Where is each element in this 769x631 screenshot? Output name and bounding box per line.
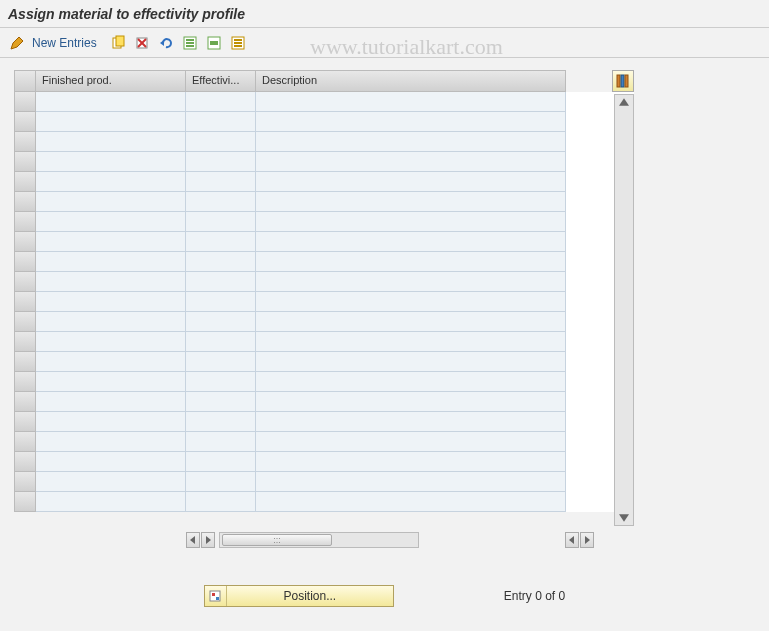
row-selector[interactable] — [14, 272, 36, 292]
cell-finished-prod[interactable] — [36, 92, 186, 112]
cell-description[interactable] — [256, 132, 566, 152]
cell-description[interactable] — [256, 312, 566, 332]
cell-description[interactable] — [256, 452, 566, 472]
cell-description[interactable] — [256, 412, 566, 432]
cell-description[interactable] — [256, 252, 566, 272]
cell-effectivity[interactable] — [186, 172, 256, 192]
cell-finished-prod[interactable] — [36, 172, 186, 192]
cell-description[interactable] — [256, 232, 566, 252]
cell-effectivity[interactable] — [186, 252, 256, 272]
cell-finished-prod[interactable] — [36, 352, 186, 372]
cell-finished-prod[interactable] — [36, 312, 186, 332]
cell-finished-prod[interactable] — [36, 292, 186, 312]
cell-description[interactable] — [256, 292, 566, 312]
cell-effectivity[interactable] — [186, 392, 256, 412]
row-selector[interactable] — [14, 492, 36, 512]
row-selector[interactable] — [14, 252, 36, 272]
scrollbar-thumb[interactable]: ::: — [222, 534, 332, 546]
cell-finished-prod[interactable] — [36, 472, 186, 492]
row-selector[interactable] — [14, 212, 36, 232]
row-selector[interactable] — [14, 92, 36, 112]
cell-description[interactable] — [256, 432, 566, 452]
scroll-right-end-icon[interactable] — [580, 532, 594, 548]
cell-effectivity[interactable] — [186, 332, 256, 352]
cell-description[interactable] — [256, 92, 566, 112]
scroll-up-icon[interactable] — [617, 97, 631, 107]
select-block-icon[interactable] — [205, 34, 223, 52]
row-selector[interactable] — [14, 452, 36, 472]
cell-finished-prod[interactable] — [36, 452, 186, 472]
scroll-left-icon[interactable] — [186, 532, 200, 548]
cell-effectivity[interactable] — [186, 132, 256, 152]
cell-effectivity[interactable] — [186, 232, 256, 252]
cell-effectivity[interactable] — [186, 312, 256, 332]
cell-finished-prod[interactable] — [36, 412, 186, 432]
horizontal-scrollbar[interactable]: ::: — [219, 532, 419, 548]
cell-effectivity[interactable] — [186, 152, 256, 172]
column-header-description[interactable]: Description — [256, 70, 566, 92]
cell-description[interactable] — [256, 332, 566, 352]
cell-description[interactable] — [256, 152, 566, 172]
cell-description[interactable] — [256, 112, 566, 132]
row-selector[interactable] — [14, 172, 36, 192]
cell-effectivity[interactable] — [186, 432, 256, 452]
undo-icon[interactable] — [157, 34, 175, 52]
row-select-all[interactable] — [14, 70, 36, 92]
cell-description[interactable] — [256, 172, 566, 192]
select-all-icon[interactable] — [181, 34, 199, 52]
cell-finished-prod[interactable] — [36, 372, 186, 392]
cell-effectivity[interactable] — [186, 352, 256, 372]
cell-finished-prod[interactable] — [36, 232, 186, 252]
row-selector[interactable] — [14, 412, 36, 432]
cell-finished-prod[interactable] — [36, 212, 186, 232]
cell-finished-prod[interactable] — [36, 192, 186, 212]
configure-columns-button[interactable] — [612, 70, 634, 92]
cell-effectivity[interactable] — [186, 92, 256, 112]
row-selector[interactable] — [14, 352, 36, 372]
cell-description[interactable] — [256, 372, 566, 392]
row-selector[interactable] — [14, 112, 36, 132]
cell-finished-prod[interactable] — [36, 152, 186, 172]
cell-finished-prod[interactable] — [36, 332, 186, 352]
row-selector[interactable] — [14, 232, 36, 252]
scroll-down-icon[interactable] — [617, 513, 631, 523]
cell-description[interactable] — [256, 192, 566, 212]
new-entries-button[interactable]: New Entries — [32, 36, 97, 50]
position-button[interactable]: Position... — [204, 585, 394, 607]
cell-finished-prod[interactable] — [36, 132, 186, 152]
cell-effectivity[interactable] — [186, 292, 256, 312]
copy-icon[interactable] — [109, 34, 127, 52]
row-selector[interactable] — [14, 292, 36, 312]
vertical-scrollbar[interactable] — [614, 94, 634, 526]
row-selector[interactable] — [14, 332, 36, 352]
cell-description[interactable] — [256, 352, 566, 372]
row-selector[interactable] — [14, 192, 36, 212]
scroll-right-icon[interactable] — [201, 532, 215, 548]
cell-finished-prod[interactable] — [36, 112, 186, 132]
cell-effectivity[interactable] — [186, 272, 256, 292]
cell-description[interactable] — [256, 212, 566, 232]
cell-description[interactable] — [256, 472, 566, 492]
row-selector[interactable] — [14, 432, 36, 452]
row-selector[interactable] — [14, 372, 36, 392]
delete-icon[interactable] — [133, 34, 151, 52]
row-selector[interactable] — [14, 152, 36, 172]
deselect-icon[interactable] — [229, 34, 247, 52]
cell-effectivity[interactable] — [186, 192, 256, 212]
cell-finished-prod[interactable] — [36, 492, 186, 512]
cell-effectivity[interactable] — [186, 472, 256, 492]
scroll-left-end-icon[interactable] — [565, 532, 579, 548]
cell-effectivity[interactable] — [186, 112, 256, 132]
column-header-finished-prod[interactable]: Finished prod. — [36, 70, 186, 92]
cell-description[interactable] — [256, 392, 566, 412]
cell-effectivity[interactable] — [186, 492, 256, 512]
row-selector[interactable] — [14, 472, 36, 492]
cell-finished-prod[interactable] — [36, 432, 186, 452]
cell-effectivity[interactable] — [186, 452, 256, 472]
cell-description[interactable] — [256, 272, 566, 292]
cell-finished-prod[interactable] — [36, 392, 186, 412]
pencil-icon[interactable] — [8, 34, 26, 52]
cell-finished-prod[interactable] — [36, 252, 186, 272]
cell-description[interactable] — [256, 492, 566, 512]
cell-effectivity[interactable] — [186, 212, 256, 232]
